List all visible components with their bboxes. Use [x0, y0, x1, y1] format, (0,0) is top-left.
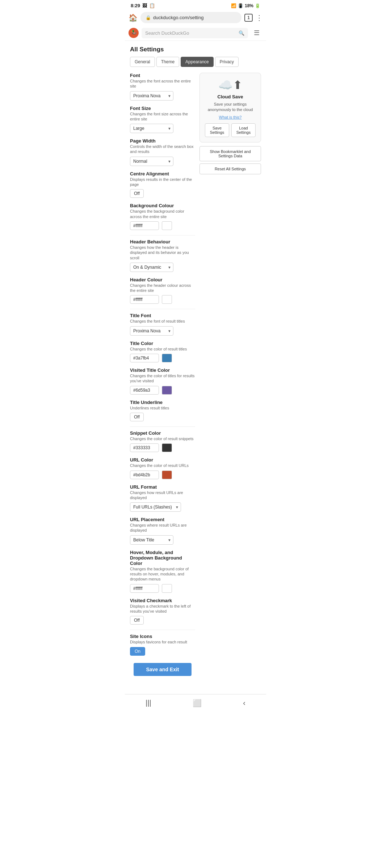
signal-icon: 📳	[238, 3, 243, 8]
visited-title-color-label: Visited Title Color	[130, 367, 195, 373]
header-behaviour-select-wrap[interactable]: On & Dynamic On & Fixed Off ▼	[130, 263, 173, 272]
setting-url-placement: URL Placement Changes where result URLs …	[130, 517, 195, 545]
tab-privacy[interactable]: Privacy	[215, 57, 239, 67]
content-area: Font Changes the font across the entire …	[130, 73, 261, 676]
site-icons-desc: Displays favicons for each result	[130, 639, 195, 644]
background-colour-hex[interactable]: #ffffff	[130, 221, 159, 230]
load-settings-button[interactable]: Load Settings	[231, 123, 256, 137]
page-width-select-wrap[interactable]: Narrow Normal Wide ▼	[130, 157, 173, 166]
setting-header-colour: Header Colour Changes the header colour …	[130, 277, 195, 304]
title-underline-desc: Underlines result titles	[130, 405, 195, 410]
title-color-desc: Changes the color of result titles	[130, 346, 195, 352]
url-color-swatch[interactable]	[162, 471, 172, 479]
title-font-select[interactable]: Proxima Nova Arial	[130, 326, 173, 336]
setting-header-behaviour: Header Behaviour Changes how the header …	[130, 239, 195, 272]
font-size-select-wrap[interactable]: Small Medium Large ▼	[130, 124, 173, 133]
setting-background-colour: Background Colour Changes the background…	[130, 203, 195, 230]
reset-settings-button[interactable]: Reset All Settings	[199, 163, 261, 174]
url-placement-select-wrap[interactable]: Below Title Above Snippet No URL ▼	[130, 535, 173, 545]
search-icon: 🔍	[239, 30, 244, 36]
cloud-upload-icon: ☁️⬆	[205, 78, 256, 92]
title-font-select-wrap[interactable]: Proxima Nova Arial ▼	[130, 326, 173, 336]
header-behaviour-select[interactable]: On & Dynamic On & Fixed Off	[130, 263, 173, 272]
back-nav-icon[interactable]: |||	[146, 699, 151, 707]
hover-bg-color-label: Hover, Module, and Dropdown Background C…	[130, 550, 195, 566]
font-size-label: Font Size	[130, 106, 195, 111]
page-width-select[interactable]: Narrow Normal Wide	[130, 157, 173, 166]
ddg-logo-icon: 🦆	[131, 30, 137, 36]
title-color-hex[interactable]: #3a7fb4	[130, 354, 159, 362]
hamburger-menu[interactable]: ☰	[251, 27, 262, 38]
visited-checkmark-desc: Displays a checkmark to the left of resu…	[130, 604, 195, 614]
status-time: 8:29	[131, 3, 140, 8]
app-icon: 📋	[149, 3, 155, 8]
font-select-wrap[interactable]: Proxima Nova Arial Georgia ▼	[130, 91, 173, 101]
url-format-select[interactable]: Full URLs (Slashes) Full URLs Pretty URL…	[130, 502, 181, 512]
snippet-color-swatch[interactable]	[162, 443, 172, 452]
wifi-icon: 📶	[231, 3, 236, 8]
cloud-save-link[interactable]: What is this?	[219, 115, 242, 119]
visited-checkmark-toggle[interactable]: Off	[130, 616, 144, 625]
tab-count[interactable]: 1	[244, 14, 253, 22]
hover-bg-color-swatch[interactable]	[162, 584, 172, 593]
tabs-row: General Theme Appearance Privacy	[130, 57, 261, 67]
save-exit-button[interactable]: Save and Exit	[134, 663, 192, 676]
hover-bg-color-hex[interactable]: #ffffff	[130, 584, 159, 593]
setting-font: Font Changes the font across the entire …	[130, 73, 195, 101]
right-column: ☁️⬆ Cloud Save Save your settings anonym…	[199, 73, 261, 676]
header-colour-hex[interactable]: #ffffff	[130, 295, 159, 304]
visited-title-color-desc: Changes the color of titles for results …	[130, 373, 195, 384]
background-colour-swatch[interactable]	[162, 221, 172, 230]
page-width-label: Page Width	[130, 138, 195, 144]
page-title: All Settings	[130, 46, 261, 53]
title-underline-label: Title Underline	[130, 400, 195, 405]
tab-general[interactable]: General	[130, 57, 155, 67]
snippet-color-hex[interactable]: #333333	[130, 443, 159, 452]
url-color-desc: Changes the color of result URLs	[130, 463, 195, 468]
font-size-select[interactable]: Small Medium Large	[130, 124, 173, 133]
settings-column: Font Changes the font across the entire …	[130, 73, 195, 676]
menu-dots[interactable]: ⋮	[256, 13, 262, 22]
image-icon: 🖼	[142, 3, 147, 8]
search-input-wrap[interactable]: Search DuckDuckGo 🔍	[142, 28, 248, 38]
title-color-swatch[interactable]	[162, 354, 172, 362]
save-settings-button[interactable]: Save Settings	[205, 123, 229, 137]
setting-font-size: Font Size Changes the font size across t…	[130, 106, 195, 133]
setting-hover-bg-color: Hover, Module, and Dropdown Background C…	[130, 550, 195, 593]
url-format-select-wrap[interactable]: Full URLs (Slashes) Full URLs Pretty URL…	[130, 502, 181, 512]
tab-appearance[interactable]: Appearance	[181, 57, 214, 67]
url-format-label: URL Format	[130, 484, 195, 490]
url-bar[interactable]: 🔒 duckduckgo.com/setting	[140, 12, 241, 23]
font-select[interactable]: Proxima Nova Arial Georgia	[130, 91, 173, 101]
cloud-save-card: ☁️⬆ Cloud Save Save your settings anonym…	[199, 73, 261, 142]
visited-title-color-swatch[interactable]	[162, 386, 172, 395]
back-button-icon[interactable]: ‹	[243, 699, 245, 707]
centre-alignment-desc: Displays results in the center of the pa…	[130, 177, 195, 187]
lock-icon: 🔒	[146, 15, 151, 20]
cloud-save-desc: Save your settings anonymously to the cl…	[205, 102, 256, 113]
setting-url-format: URL Format Changes how result URLs are d…	[130, 484, 195, 512]
visited-title-color-hex[interactable]: #6d59a3	[130, 386, 159, 395]
title-font-desc: Changes the font of result titles	[130, 319, 195, 324]
main-content: All Settings General Theme Appearance Pr…	[125, 41, 266, 683]
visited-checkmark-label: Visited Checkmark	[130, 598, 195, 603]
home-button[interactable]: 🏠	[129, 13, 138, 22]
bookmarklet-button[interactable]: Show Bookmarklet and Settings Data	[199, 146, 261, 161]
site-icons-toggle[interactable]: On	[130, 647, 145, 656]
home-nav-icon[interactable]: ⬜	[193, 699, 202, 707]
header-colour-swatch[interactable]	[162, 295, 172, 304]
search-placeholder: Search DuckDuckGo	[145, 30, 189, 36]
url-placement-select[interactable]: Below Title Above Snippet No URL	[130, 535, 173, 545]
tab-theme[interactable]: Theme	[156, 57, 179, 67]
page-width-desc: Controls the width of the search box and…	[130, 144, 195, 154]
centre-alignment-label: Centre Alignment	[130, 171, 195, 176]
centre-alignment-toggle[interactable]: Off	[130, 189, 144, 198]
title-color-label: Title Color	[130, 341, 195, 346]
cloud-save-title: Cloud Save	[205, 94, 256, 99]
url-color-label: URL Color	[130, 457, 195, 463]
setting-url-color: URL Color Changes the color of result UR…	[130, 457, 195, 479]
title-underline-toggle[interactable]: Off	[130, 413, 144, 421]
site-icons-label: Site Icons	[130, 634, 195, 639]
url-color-hex[interactable]: #bd4b2b	[130, 471, 159, 479]
setting-title-underline: Title Underline Underlines result titles…	[130, 400, 195, 421]
